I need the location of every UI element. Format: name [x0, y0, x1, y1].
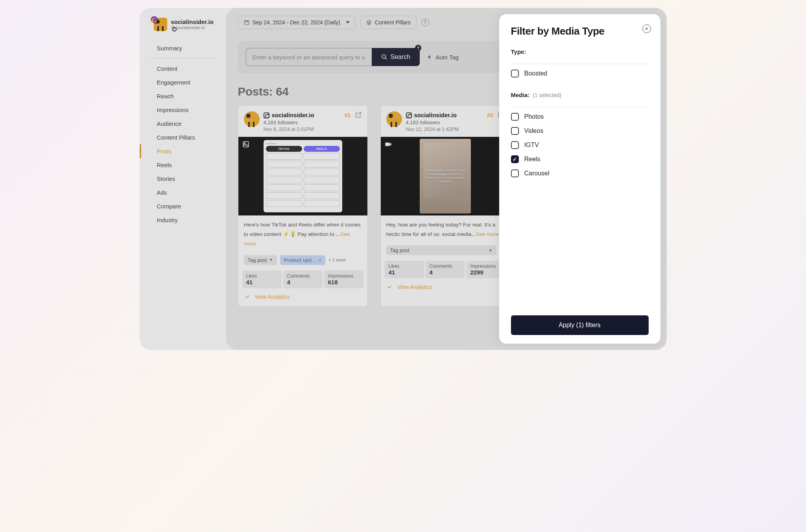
post-media[interactable]: socialinsider TIKTOKREELS	[238, 137, 367, 215]
sidebar-item-audience[interactable]: Audience	[140, 117, 226, 131]
bolt-icon	[427, 54, 432, 60]
sidebar-item-ads[interactable]: Ads	[140, 186, 226, 199]
checkbox-icon	[511, 155, 519, 163]
checkbox-igtv[interactable]: IGTV	[511, 138, 649, 152]
media-selected-count: (1 selected)	[533, 92, 561, 98]
sidebar-item-reels[interactable]: Reels	[140, 158, 226, 172]
external-link-icon[interactable]	[355, 111, 362, 118]
stat-label: Likes	[246, 273, 278, 279]
sidebar-item-engagement[interactable]: Engagement	[140, 75, 226, 89]
content-pillars-label: Content Pillars	[375, 19, 411, 26]
auto-tag-button[interactable]: Auto Tag	[427, 54, 459, 61]
stat-likes: Likes 41	[385, 261, 424, 278]
card-followers: 4,183 followers	[406, 119, 459, 126]
post-card: socialinsider.io 4,183 followers Nov 12,…	[380, 105, 510, 307]
stat-label: Likes	[389, 263, 420, 269]
card-footer: View Analytics	[238, 288, 367, 306]
rank-badge: #2	[487, 112, 493, 118]
instagram-badge-icon	[151, 16, 158, 23]
close-button[interactable]: ✕	[642, 24, 651, 33]
sidebar-item-stories[interactable]: Stories	[140, 172, 226, 186]
sidebar-item-posts[interactable]: Posts	[140, 144, 226, 158]
card-account-name: socialinsider.io	[406, 111, 459, 119]
post-card: socialinsider.io 4,183 followers Nov 6, …	[238, 105, 368, 307]
card-date: Nov 6, 2024 at 2:01PM	[264, 126, 314, 133]
brand-title: socialinsider.io	[171, 19, 214, 26]
help-icon[interactable]: ?	[421, 18, 429, 26]
view-analytics-link[interactable]: View Analytics	[244, 294, 362, 300]
sidebar-item-content-pillars[interactable]: Content Pillars	[140, 131, 226, 144]
checkbox-icon	[511, 70, 519, 77]
video-icon	[385, 141, 392, 148]
instagram-icon	[171, 26, 175, 29]
checkbox-label: Carousel	[524, 170, 550, 177]
sidebar-item-summary[interactable]: Summary	[140, 41, 226, 55]
apply-filters-button[interactable]: Apply (1) filters	[511, 315, 649, 335]
card-followers: 4,183 followers	[264, 119, 314, 126]
checkbox-icon	[511, 141, 519, 149]
search-combo: Search ?	[246, 48, 420, 66]
stat-value: 4	[430, 269, 461, 276]
stat-comments: Comments 4	[426, 261, 465, 278]
auto-tag-label: Auto Tag	[435, 54, 459, 61]
side-nav: Summary Content Engagement Reach Impress…	[140, 39, 226, 227]
tag-post-dropdown[interactable]: Tag post ▼	[386, 245, 496, 255]
search-icon	[381, 54, 387, 60]
card-name-text: socialinsider.io	[414, 111, 457, 119]
post-media-mock: Everyone asks "How's the social media st…	[420, 139, 471, 214]
media-label-text: Media:	[511, 92, 530, 98]
svg-rect-0	[244, 21, 249, 24]
view-analytics-link[interactable]: View Analytics	[386, 284, 504, 290]
checkbox-photos[interactable]: Photos	[511, 110, 649, 124]
rank-badge: #1	[345, 112, 351, 118]
checkbox-reels[interactable]: Reels	[511, 152, 649, 166]
date-range-picker[interactable]: Sep 24, 2024 - Dec 22, 2024 (Daily)	[238, 16, 356, 29]
card-footer: View Analytics	[381, 278, 510, 296]
panel-footer: Apply (1) filters	[511, 315, 649, 335]
checkbox-videos[interactable]: Videos	[511, 124, 649, 138]
search-button[interactable]: Search	[372, 48, 420, 66]
app-window: socialinsider.io /socialinsider.io Summa…	[140, 8, 667, 350]
stat-value: 2299	[470, 269, 502, 276]
sidebar-item-industry[interactable]: Industry	[140, 213, 226, 227]
checkbox-boosted[interactable]: Boosted	[511, 66, 649, 81]
posts-heading-prefix: Posts:	[238, 85, 276, 98]
checkbox-icon	[511, 113, 519, 121]
card-name-text: socialinsider.io	[272, 111, 314, 119]
brand-handle-text: /socialinsider.io	[176, 25, 205, 30]
checkbox-icon	[511, 127, 519, 135]
search-input[interactable]	[246, 48, 372, 66]
checkbox-carousel[interactable]: Carousel	[511, 166, 649, 180]
sidebar-item-compare[interactable]: Compare	[140, 199, 226, 213]
chevron-down-icon	[346, 21, 350, 24]
instagram-icon	[264, 112, 269, 118]
checkbox-label: Boosted	[524, 70, 548, 77]
divider	[149, 58, 217, 59]
checkbox-label: IGTV	[524, 142, 539, 149]
sidebar-item-impressions[interactable]: Impressions	[140, 103, 226, 117]
brand-handle: /socialinsider.io	[171, 25, 214, 30]
tag-post-label: Tag post	[390, 247, 409, 253]
date-range-text: Sep 24, 2024 - Dec 22, 2024 (Daily)	[253, 19, 340, 26]
checkbox-label: Videos	[524, 127, 544, 134]
card-caption: Here's how TikTok and Reels differ when …	[238, 215, 367, 254]
content-pillars-button[interactable]: Content Pillars	[360, 16, 417, 29]
sidebar-item-content[interactable]: Content	[140, 62, 226, 75]
stat-label: Comments	[287, 273, 319, 279]
search-help-icon[interactable]: ?	[415, 45, 421, 51]
tag-post-dropdown[interactable]: Tag post ▼	[244, 255, 277, 265]
post-media[interactable]: Everyone asks "How's the social media st…	[381, 137, 510, 215]
brand-block: socialinsider.io /socialinsider.io	[140, 18, 226, 39]
chart-icon	[386, 284, 393, 290]
svg-point-1	[382, 55, 385, 58]
type-section-label: Type:	[511, 48, 649, 55]
see-more-link[interactable]: See more	[476, 231, 499, 237]
card-caption: Hey, how are you feeling today? For real…	[381, 215, 510, 244]
avatar-icon	[244, 111, 260, 127]
more-tags[interactable]: + 1 more	[328, 258, 346, 262]
tag-chip[interactable]: Product upd... A	[280, 255, 326, 265]
layers-icon	[366, 20, 372, 25]
sidebar-item-reach[interactable]: Reach	[140, 89, 226, 103]
instagram-icon	[406, 112, 412, 118]
card-stats: Likes 41 Comments 4 Impressions 618	[238, 271, 367, 288]
